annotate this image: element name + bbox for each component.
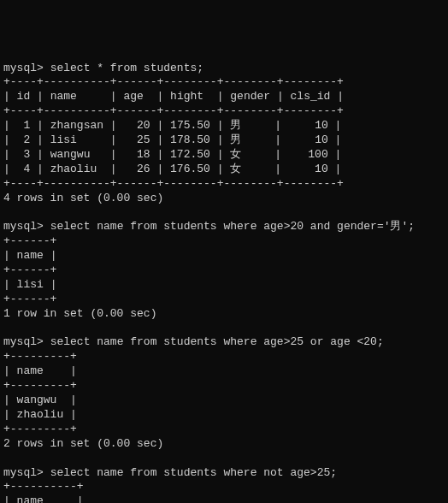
cell: zhaoliu bbox=[17, 408, 64, 421]
cell: wangwu bbox=[50, 148, 91, 161]
cell: 20 bbox=[137, 119, 150, 132]
table-border: +----+----------+------+--------+-------… bbox=[3, 104, 344, 117]
cell: 女 bbox=[230, 148, 241, 161]
cell: 女 bbox=[230, 163, 241, 175]
col-header: id bbox=[17, 90, 31, 103]
table-border: +------+ bbox=[3, 234, 56, 247]
cell: 3 bbox=[23, 148, 30, 161]
col-header: name bbox=[17, 364, 44, 377]
cell: 1 bbox=[23, 119, 30, 132]
table-border: +----+----------+------+--------+-------… bbox=[3, 177, 344, 190]
cell: 175.50 bbox=[170, 119, 210, 132]
col-header: name bbox=[17, 249, 44, 262]
cell: 男 bbox=[230, 119, 241, 132]
cell: 100 bbox=[308, 148, 327, 161]
table-border: +----------+ bbox=[3, 480, 84, 493]
cell: wangwu bbox=[17, 394, 57, 406]
col-header: name bbox=[17, 494, 44, 503]
status-text: 1 row in set (0.00 sec) bbox=[3, 307, 156, 320]
cell: 176.50 bbox=[170, 163, 210, 175]
cell: 10 bbox=[315, 163, 328, 175]
cell: 10 bbox=[315, 119, 328, 132]
col-header: name bbox=[50, 90, 77, 103]
status-text: 4 rows in set (0.00 sec) bbox=[3, 192, 163, 204]
sql-query: select name from students where not age>… bbox=[50, 466, 337, 479]
table-border: +------+ bbox=[3, 263, 56, 276]
cell: lisi bbox=[17, 278, 44, 291]
cell: 178.50 bbox=[170, 133, 210, 146]
table-border: +---------+ bbox=[3, 423, 77, 435]
col-header: cls_id bbox=[291, 90, 331, 103]
col-header: hight bbox=[170, 90, 203, 103]
prompt: mysql> bbox=[3, 220, 44, 233]
prompt: mysql> bbox=[3, 466, 44, 479]
table-border: +------+ bbox=[3, 293, 56, 305]
sql-query: select * from students; bbox=[50, 62, 203, 74]
cell: 男 bbox=[230, 133, 241, 146]
prompt: mysql> bbox=[3, 335, 44, 348]
cell: 25 bbox=[137, 133, 150, 146]
terminal-output: mysql> select * from students; +----+---… bbox=[3, 62, 445, 503]
table-border: +---------+ bbox=[3, 379, 77, 392]
cell: lisi bbox=[50, 133, 77, 146]
sql-query: select name from students where age>20 a… bbox=[50, 220, 415, 233]
table-border: +----+----------+------+--------+-------… bbox=[3, 75, 344, 88]
cell: zhangsan bbox=[50, 119, 103, 132]
cell: 18 bbox=[137, 148, 150, 161]
cell: 4 bbox=[23, 163, 30, 175]
sql-query: select name from students where age>25 o… bbox=[50, 335, 384, 348]
prompt: mysql> bbox=[3, 62, 44, 74]
status-text: 2 rows in set (0.00 sec) bbox=[3, 437, 163, 450]
col-header: age bbox=[123, 90, 143, 103]
cell: 172.50 bbox=[170, 148, 210, 161]
cell: 26 bbox=[137, 163, 150, 175]
col-header: gender bbox=[230, 90, 270, 103]
cell: zhaoliu bbox=[50, 163, 97, 175]
table-border: +---------+ bbox=[3, 350, 77, 363]
cell: 2 bbox=[23, 133, 30, 146]
cell: 10 bbox=[315, 133, 328, 146]
